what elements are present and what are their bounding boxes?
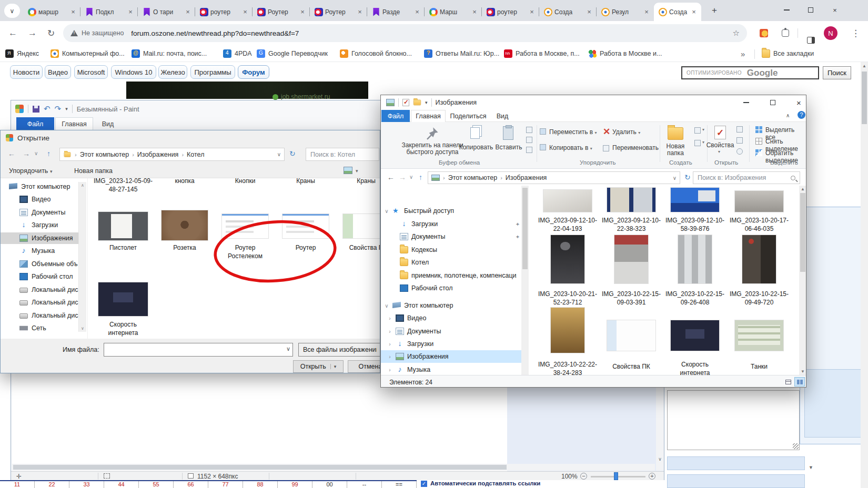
explorer-tab-home[interactable]: Главная (411, 110, 446, 122)
tab-close-icon[interactable]: × (184, 8, 192, 16)
file-label[interactable]: Кнопки (215, 177, 276, 185)
sidebar-scrollbar[interactable]: ∧ ∨ (78, 182, 86, 332)
tab-close-icon[interactable]: × (690, 8, 698, 16)
open-icon[interactable] (736, 126, 743, 133)
copy-path-icon[interactable] (526, 137, 532, 143)
explorer-search-input[interactable]: Поиск в: Изображения (693, 171, 800, 184)
bookmark-item[interactable]: Google Переводчик (257, 48, 328, 59)
file-label[interactable]: Свойства ПК (601, 362, 662, 371)
properties-check-icon[interactable] (402, 99, 409, 106)
resize-handle[interactable] (793, 443, 799, 449)
sidebar-item-video[interactable]: Видео (1, 194, 78, 205)
explorer-tab-file[interactable]: Файл (381, 110, 410, 122)
edit-icon[interactable] (736, 137, 743, 144)
file-thumbnail[interactable] (162, 210, 208, 240)
file-label[interactable]: IMG_2023-09-12-10-22-38-323 (601, 216, 662, 233)
easy-access-icon[interactable] (694, 127, 701, 134)
view-options-icon[interactable] (344, 167, 352, 174)
bookmark-item[interactable]: Mail.ru: почта, поис... (132, 48, 207, 59)
file-thumbnail[interactable] (551, 308, 584, 353)
dialog-search-input[interactable]: Поиск в: Котел (306, 148, 379, 161)
cut-icon[interactable] (526, 127, 532, 133)
tree-item-kotel[interactable]: Котел (381, 256, 521, 269)
forward-icon[interactable]: → (23, 149, 30, 158)
tree-item-downloads-pc[interactable]: ›↓Загрузки (381, 338, 521, 350)
pin-to-quick-access-button[interactable]: Закрепить на панели быстрого доступа (400, 142, 465, 156)
window-maximize-button[interactable] (799, 0, 823, 20)
scrollbar-thumb[interactable] (862, 72, 867, 124)
history-chevron-icon[interactable]: ∨ (34, 150, 38, 156)
refresh-icon[interactable]: ↻ (289, 149, 296, 158)
tree-item-music[interactable]: ›♪Музыка (381, 363, 521, 376)
explorer-tab-view[interactable]: Вид (491, 110, 514, 122)
window-close-button[interactable]: × (787, 95, 806, 110)
copy-button[interactable]: Копировать (459, 144, 493, 151)
browser-tab[interactable]: Роутер× (310, 3, 367, 21)
tree-item-documents[interactable]: Документы✦ (381, 230, 521, 243)
cancel-button[interactable]: Отмена (348, 360, 380, 373)
rename-icon[interactable] (603, 145, 609, 151)
new-tab-button[interactable]: + (708, 5, 721, 17)
file-thumbnail[interactable] (222, 214, 268, 238)
sidebar-item-3d-objects[interactable]: Объемные объ (1, 258, 78, 270)
site-search-button[interactable]: Поиск (823, 66, 851, 79)
open-button[interactable]: Открыть▾ (293, 360, 344, 373)
page-link-fragment[interactable]: job.shermarket.ru (272, 93, 330, 100)
filename-input[interactable]: ∨ (104, 343, 293, 357)
side-panel-icon[interactable] (807, 37, 815, 44)
tree-item-priemnik[interactable]: приемник, полотенце, компенсация (381, 269, 521, 282)
browser-tab[interactable]: Резул× (597, 3, 654, 21)
file-thumbnail[interactable] (98, 282, 148, 316)
back-icon[interactable]: ← (387, 173, 395, 181)
back-icon[interactable]: ← (8, 149, 15, 158)
file-thumbnail[interactable] (551, 235, 584, 283)
filename-text-field[interactable] (106, 344, 283, 355)
file-thumbnail[interactable] (343, 214, 380, 238)
dialog-breadcrumb[interactable]: ›Этот компьютер ›Изображения ›Котел ∨ (59, 148, 285, 161)
view-options-dropdown-icon[interactable]: ▾ (356, 168, 358, 174)
menu-kebab-icon[interactable]: ⋮ (851, 28, 860, 39)
paint-tab-file[interactable]: Файл (16, 117, 54, 130)
file-thumbnail[interactable] (98, 212, 148, 240)
file-thumbnail[interactable] (282, 214, 329, 238)
file-label[interactable]: Свойства П (344, 243, 380, 252)
scrollbar-down-icon[interactable]: ∨ (656, 456, 664, 462)
file-label[interactable]: Скорость интернета (105, 320, 142, 337)
rename-button[interactable]: Переименовать (612, 144, 659, 151)
zoom-slider-track[interactable] (591, 476, 645, 477)
tree-item-this-pc[interactable]: ∨Этот компьютер (381, 299, 521, 312)
window-maximize-button[interactable] (761, 95, 784, 110)
browser-tab[interactable]: Разде× (367, 3, 425, 21)
dropdown-icon[interactable]: ▾ (702, 127, 704, 132)
paint-horizontal-scrollbar[interactable] (12, 464, 655, 471)
browser-tab[interactable]: О тари× (138, 3, 195, 21)
history-chevron-icon[interactable]: ∨ (409, 174, 413, 180)
sidebar-item-local-disk[interactable]: Локальный дис (1, 284, 78, 296)
folder-icon[interactable] (413, 100, 421, 106)
scrollbar-up-icon[interactable]: ▲ (861, 62, 868, 68)
scrollbar-thumb[interactable] (522, 188, 528, 269)
window-minimize-button[interactable] (734, 95, 758, 110)
tab-close-icon[interactable]: × (528, 8, 536, 16)
tree-item-downloads[interactable]: ↓Загрузки✦ (381, 218, 521, 230)
bookmark-star-icon[interactable]: ☆ (733, 28, 740, 38)
bookmarks-overflow-chevron[interactable]: » (741, 48, 745, 59)
delete-icon[interactable]: ✕ (603, 126, 610, 137)
select-none-icon[interactable] (755, 138, 762, 145)
bookmark-item[interactable]: Голосовой блокно... (340, 48, 412, 59)
tab-close-icon[interactable]: × (241, 8, 249, 16)
tree-item-quick-access[interactable]: ∨★Быстрый доступ (381, 205, 521, 217)
file-label[interactable]: Танки (729, 362, 790, 371)
zoom-out-icon[interactable]: − (580, 473, 587, 480)
scrollbar-down-icon[interactable]: ▼ (799, 369, 806, 374)
tab-close-icon[interactable]: × (298, 8, 307, 16)
invert-selection-icon[interactable] (755, 149, 762, 156)
dialog-title-bar[interactable]: Открытие (1, 130, 380, 145)
forum-checkbox-fragment[interactable]: ✓ Автоматически подставлять ссылки (421, 480, 579, 488)
properties-button[interactable]: Свойства (705, 142, 735, 149)
file-thumbnail[interactable] (543, 190, 592, 212)
explorer-breadcrumb[interactable]: ›Этот компьютер ›Изображения ∨ (428, 171, 680, 184)
bookmark-item[interactable]: Ответы Mail.ru: Юр... (424, 48, 499, 59)
bookmark-item[interactable]: Яндекс (5, 48, 39, 59)
file-thumbnail[interactable] (614, 235, 648, 283)
